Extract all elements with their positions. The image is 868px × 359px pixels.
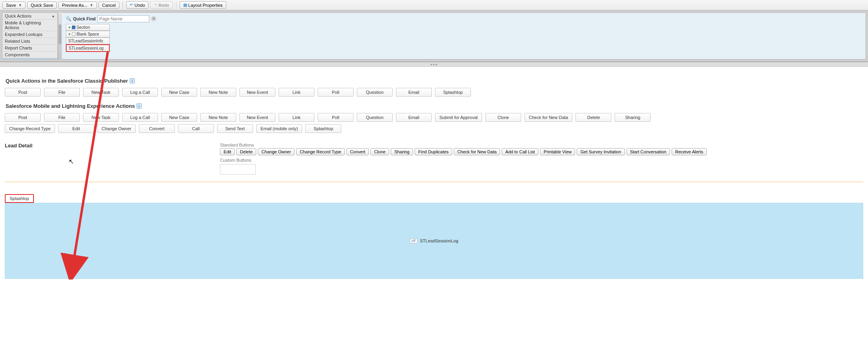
clear-icon[interactable]: ✕ [151,16,156,22]
action-pill[interactable]: Email [396,88,432,97]
standard-button[interactable]: Start Conversation [627,148,670,155]
palette-cat-expanded-lookups[interactable]: Expanded Lookups [2,31,57,38]
action-pill[interactable]: Splashtop [435,88,471,97]
action-pill[interactable]: Post [5,88,41,97]
vf-item-blank-space[interactable]: +Blank Space [66,31,110,38]
info-icon[interactable]: i [136,103,142,109]
vf-item-stleadsessionlog[interactable]: STLeadSessionLog [66,44,110,52]
action-pill[interactable]: Check for New Data [524,113,572,122]
layout-canvas: Quick Actions in the Salesforce Classic … [0,67,868,291]
action-pill[interactable]: Question [357,88,393,97]
action-pill[interactable]: New Event [239,88,275,97]
standard-button[interactable]: Change Record Type [296,148,345,155]
palette-left-wrap: Quick Actions▲ Mobile & Lightning Action… [2,12,62,60]
standard-buttons-row: EditDeleteChange OwnerChange Record Type… [220,148,863,155]
cancel-button[interactable]: Cancel [99,2,119,9]
lex-actions-title: Salesforce Mobile and Lightning Experien… [6,103,863,109]
standard-button[interactable]: Get Survey Invitation [577,148,625,155]
action-pill[interactable]: New Note [200,113,236,122]
palette-strip: Quick Actions▲ Mobile & Lightning Action… [0,10,868,62]
action-pill[interactable]: New Task [83,88,119,97]
vf-badge-icon: VF [410,238,418,243]
palette-cat-mobile-lightning[interactable]: Mobile & Lightning Actions [2,20,57,31]
vf-item-list: +Section +Blank Space STLeadSessionInfo … [66,24,110,52]
redo-button[interactable]: ↷Redo [150,1,172,9]
dropzone-label: STLeadSessionLog [420,238,458,243]
action-pill[interactable]: Question [357,113,393,122]
quick-find-input[interactable] [97,15,149,22]
action-pill[interactable]: Send Text [217,124,253,133]
action-pill[interactable]: New Event [239,113,275,122]
layout-properties-button[interactable]: ▦Layout Properties [180,1,226,9]
action-pill[interactable]: New Note [200,88,236,97]
search-icon: 🔍 [66,16,71,22]
standard-button[interactable]: Change Owner [258,148,295,155]
action-pill[interactable]: Poll [318,88,354,97]
palette-cat-quick-actions[interactable]: Quick Actions▲ [2,13,57,20]
quick-save-button[interactable]: Quick Save [27,2,57,9]
standard-button[interactable]: Find Duplicates [415,148,452,155]
action-pill[interactable]: Log a Call [122,113,158,122]
standard-button[interactable]: Add to Call List [502,148,538,155]
action-pill[interactable]: Sharing [615,113,651,122]
redo-label: Redo [158,3,169,8]
action-pill[interactable]: New Task [83,113,119,122]
vf-dropzone[interactable]: VF STLeadSessionLog [5,203,863,279]
action-pill[interactable]: Change Record Type [5,124,55,133]
palette-cat-components[interactable]: Components [2,52,57,58]
standard-button[interactable]: Edit [220,148,235,155]
lex-actions-row2: Change Record TypeEditChange OwnerConver… [5,124,863,133]
custom-buttons-dropzone[interactable] [220,164,256,175]
action-pill[interactable]: Email (mobile only) [256,124,303,133]
action-pill[interactable]: Poll [318,113,354,122]
standard-buttons-label: Standard Buttons [220,143,863,147]
lead-detail-title: Lead Detail [5,143,32,149]
action-pill[interactable]: Convert [139,124,175,133]
action-pill[interactable]: New Case [161,88,197,97]
vf-item-section[interactable]: +Section [66,24,110,31]
standard-button[interactable]: Delete [236,148,256,155]
action-pill[interactable]: Clone [485,113,521,122]
standard-button[interactable]: Printable View [540,148,575,155]
palette-collapse-grip[interactable]: ▴▴▴ [0,62,868,67]
action-pill[interactable]: File [44,113,80,122]
action-pill[interactable]: Call [178,124,214,133]
standard-button[interactable]: Clone [370,148,389,155]
splashtop-section-tab[interactable]: Splashtop [5,194,34,203]
palette-cat-visualforce[interactable]: Visualforce Pages▼ [2,58,57,60]
palette-cat-report-charts[interactable]: Report Charts [2,45,57,52]
palette-scrollbar[interactable] [58,12,62,60]
preview-as-label: Preview As... [62,3,87,8]
section-icon [72,26,75,29]
action-pill[interactable]: File [44,88,80,97]
standard-button[interactable]: Sharing [391,148,413,155]
action-pill[interactable]: New Case [161,113,197,122]
standard-button[interactable]: Check for New Data [454,148,500,155]
button-groups: Standard Buttons EditDeleteChange OwnerC… [220,143,863,175]
lex-actions-row1: PostFileNew TaskLog a CallNew CaseNew No… [5,113,863,122]
vf-item-stleadsessioninfo[interactable]: STLeadSessionInfo [66,38,110,44]
action-pill[interactable]: Splashtop [305,124,341,133]
action-pill[interactable]: Submit for Approval [435,113,482,122]
action-pill[interactable]: Log a Call [122,88,158,97]
action-pill[interactable]: Edit [58,124,94,133]
preview-as-button[interactable]: Preview As...▼ [58,2,97,9]
divider [123,2,123,9]
action-pill[interactable]: Email [396,113,432,122]
action-pill[interactable]: Link [279,113,314,122]
custom-buttons-label: Custom Buttons [220,158,863,163]
action-pill[interactable]: Change Owner [97,124,136,133]
quick-find-label: Quick Find [73,16,96,21]
standard-button[interactable]: Receive Alerts [672,148,707,155]
undo-button[interactable]: ↶Undo [126,1,148,9]
action-pill[interactable]: Link [279,88,314,97]
info-icon[interactable]: i [130,78,135,83]
action-pill[interactable]: Post [5,113,41,122]
standard-button[interactable]: Convert [346,148,369,155]
undo-icon: ↶ [130,2,133,8]
palette-cat-related-lists[interactable]: Related Lists [2,38,57,45]
chevron-down-icon: ▼ [18,3,22,7]
plus-icon: + [68,25,71,30]
save-button[interactable]: Save▼ [2,2,26,9]
action-pill[interactable]: Delete [575,113,611,122]
